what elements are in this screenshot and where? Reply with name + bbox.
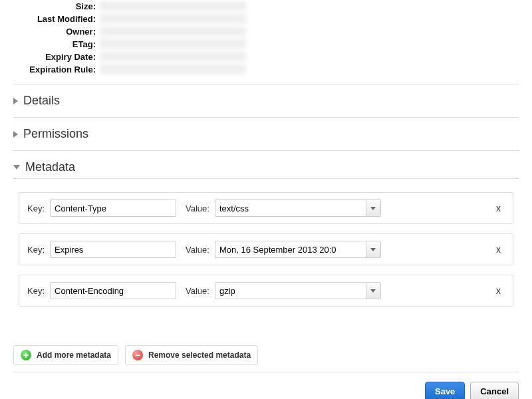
minus-icon: −: [132, 350, 143, 360]
chevron-right-icon: [13, 98, 18, 104]
key-label: Key:: [27, 286, 45, 296]
metadata-row[interactable]: Key: Value: x: [19, 275, 513, 307]
size-value: [100, 1, 246, 11]
expiry-date-label: Expiry Date:: [13, 52, 100, 62]
cancel-button[interactable]: Cancel: [470, 382, 519, 399]
expiration-rule-label: Expiration Rule:: [13, 65, 100, 74]
remove-selected-metadata-label: Remove selected metadata: [148, 350, 251, 360]
dropdown-icon[interactable]: [366, 241, 380, 257]
dropdown-icon[interactable]: [366, 200, 380, 216]
value-label: Value:: [186, 245, 209, 255]
metadata-section-title: Metadata: [25, 160, 75, 174]
details-section-toggle[interactable]: Details: [13, 90, 519, 112]
remove-selected-metadata-button[interactable]: − Remove selected metadata: [125, 345, 258, 365]
value-label: Value:: [186, 286, 209, 296]
plus-icon: +: [21, 350, 31, 360]
metadata-value-input[interactable]: [215, 282, 381, 299]
metadata-body: Key: Value: x Key: Value: x: [13, 179, 519, 319]
last-modified-value: [100, 14, 246, 23]
metadata-key-input[interactable]: [50, 200, 176, 217]
etag-value: [100, 39, 246, 49]
owner-label: Owner:: [13, 27, 100, 37]
metadata-key-input[interactable]: [50, 241, 176, 258]
last-modified-label: Last Modified:: [13, 14, 100, 24]
add-more-metadata-label: Add more metadata: [37, 350, 111, 360]
owner-value: [100, 27, 246, 36]
remove-row-button[interactable]: x: [492, 244, 505, 255]
remove-row-button[interactable]: x: [492, 285, 505, 296]
add-more-metadata-button[interactable]: + Add more metadata: [13, 345, 118, 365]
size-label: Size:: [13, 1, 100, 11]
expiry-date-value: [100, 52, 246, 61]
chevron-down-icon: [13, 165, 20, 170]
expiration-rule-value: [100, 65, 246, 74]
remove-row-button[interactable]: x: [492, 203, 505, 213]
dropdown-icon[interactable]: [366, 283, 380, 299]
metadata-row[interactable]: Key: Value: x: [19, 192, 513, 224]
permissions-section-title: Permissions: [23, 127, 88, 141]
details-section-title: Details: [23, 94, 60, 108]
key-label: Key:: [27, 245, 45, 255]
metadata-section-toggle[interactable]: Metadata: [13, 156, 519, 178]
metadata-row[interactable]: Key: Value: x: [19, 233, 513, 265]
chevron-right-icon: [13, 131, 18, 138]
metadata-value-input[interactable]: [215, 200, 381, 217]
object-properties: Size: Last Modified: Owner: ETag: Expiry…: [13, 0, 519, 84]
save-button[interactable]: Save: [425, 382, 465, 399]
key-label: Key:: [27, 203, 45, 213]
etag-label: ETag:: [13, 39, 100, 49]
permissions-section-toggle[interactable]: Permissions: [13, 123, 519, 145]
metadata-key-input[interactable]: [50, 282, 176, 299]
value-label: Value:: [186, 203, 209, 213]
metadata-value-input[interactable]: [215, 241, 381, 258]
